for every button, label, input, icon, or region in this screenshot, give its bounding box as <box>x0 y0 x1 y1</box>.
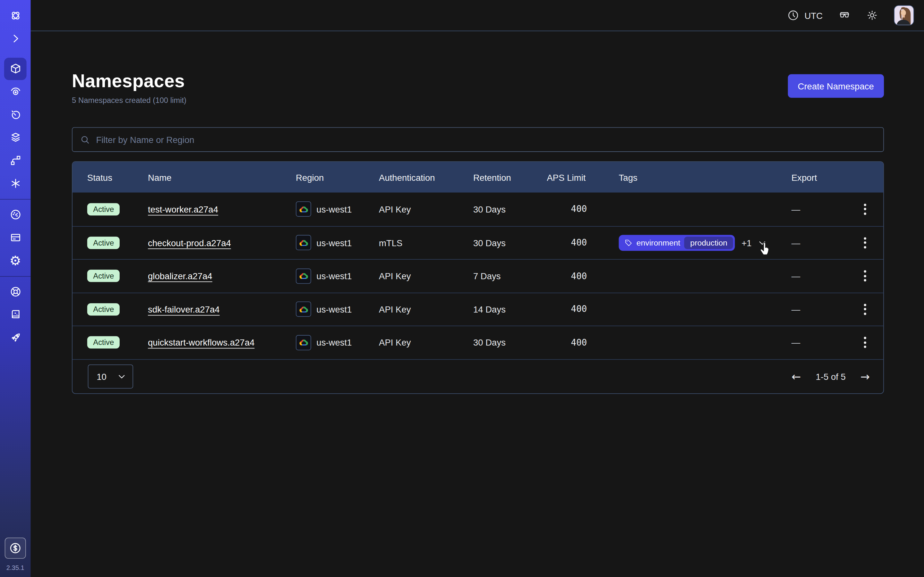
status-badge: Active <box>87 203 120 215</box>
temporal-logo-icon[interactable] <box>0 4 31 27</box>
page-subtitle: 5 Namespaces created (100 limit) <box>72 96 186 105</box>
glasses-icon[interactable] <box>838 9 851 21</box>
table-row: Active test-worker.a27a4 <box>73 193 883 226</box>
lifebuoy-icon <box>9 285 21 298</box>
tag-icon <box>625 239 632 247</box>
table-footer: 10 ← 1-5 of 5 → <box>73 359 883 393</box>
sidebar-item-settings[interactable]: ⚙ <box>0 249 31 272</box>
row-actions-menu[interactable] <box>861 301 868 318</box>
table-row: Active globalizer.a27a4 <box>73 259 883 292</box>
aps-limit-cell: 400 <box>547 337 619 348</box>
create-namespace-button[interactable]: Create Namespace <box>788 74 884 97</box>
retention-cell: 30 Days <box>473 204 547 214</box>
sidebar-item-layers[interactable] <box>0 126 31 149</box>
namespaces-table: Status Name Region Authentication Retent… <box>72 161 884 394</box>
status-badge: Active <box>87 303 120 316</box>
page-size-value: 10 <box>97 371 107 381</box>
export-cell: — <box>792 238 856 248</box>
branch-icon <box>9 154 21 167</box>
sidebar-divider <box>0 199 31 200</box>
row-actions-menu[interactable] <box>861 201 868 218</box>
tag-pill[interactable]: environment production <box>619 235 735 251</box>
export-cell: — <box>792 338 856 348</box>
table-body: Active test-worker.a27a4 <box>73 193 883 359</box>
table-header-row: Status Name Region Authentication Retent… <box>73 162 883 193</box>
namespace-link[interactable]: test-worker.a27a4 <box>148 204 218 214</box>
sidebar-item-namespaces[interactable] <box>0 57 31 80</box>
filter-search[interactable] <box>72 127 884 152</box>
theme-toggle-icon[interactable] <box>866 9 878 21</box>
clock-icon <box>787 9 799 21</box>
namespace-link[interactable]: quickstart-workflows.a27a4 <box>148 338 254 348</box>
page-title: Namespaces <box>72 71 186 92</box>
page-range-label: 1-5 of 5 <box>816 371 845 381</box>
gcp-cloud-icon <box>296 335 311 350</box>
search-input[interactable] <box>96 135 876 145</box>
table-row: Active sdk-failover.a27a4 <box>73 292 883 326</box>
sidebar-item-schedules[interactable] <box>0 103 31 126</box>
sidebar-divider <box>0 276 31 277</box>
book-sparkles-icon <box>9 308 21 321</box>
sidebar-item-nexus[interactable] <box>0 172 31 195</box>
prev-page-button[interactable]: ← <box>792 370 801 382</box>
col-header-export: Export <box>792 172 856 182</box>
retention-cell: 7 Days <box>473 271 547 281</box>
tag-value: production <box>684 237 733 249</box>
region-label: us-west1 <box>317 304 352 314</box>
col-header-name: Name <box>148 172 296 182</box>
row-actions-menu[interactable] <box>861 335 868 351</box>
col-header-retention: Retention <box>473 172 547 182</box>
export-cell: — <box>792 271 856 281</box>
timezone-control[interactable]: UTC <box>787 9 822 21</box>
gear-icon: ⚙ <box>10 254 21 267</box>
gcp-cloud-icon <box>296 235 311 250</box>
region-label: us-west1 <box>317 271 352 281</box>
sidebar-item-billing[interactable] <box>0 226 31 249</box>
aps-limit-cell: 400 <box>547 304 619 314</box>
gcp-cloud-icon <box>296 268 311 284</box>
sidebar-item-deployments[interactable] <box>0 149 31 172</box>
chevron-down-icon[interactable] <box>758 238 767 247</box>
auth-cell: API Key <box>379 271 473 281</box>
col-header-region: Region <box>296 172 379 182</box>
region-label: us-west1 <box>317 338 352 348</box>
aps-limit-cell: 400 <box>547 204 619 214</box>
app-version: 2.35.1 <box>6 564 24 571</box>
status-badge: Active <box>87 270 120 282</box>
page-size-select[interactable]: 10 <box>88 364 133 388</box>
timer-icon <box>9 108 21 121</box>
region-label: us-west1 <box>317 238 352 248</box>
sidebar-item-support[interactable] <box>0 280 31 303</box>
tags-cell: environment production +1 <box>619 235 792 251</box>
status-badge: Active <box>87 336 120 349</box>
cube-icon <box>9 63 21 75</box>
namespace-link[interactable]: globalizer.a27a4 <box>148 271 212 281</box>
chevron-down-icon <box>118 372 126 381</box>
col-header-authentication: Authentication <box>379 172 473 182</box>
col-header-tags: Tags <box>619 172 792 182</box>
namespace-link[interactable]: checkout-prod.a27a4 <box>148 238 231 248</box>
table-row: Active checkout-prod.a27a4 <box>73 226 883 259</box>
rocket-icon <box>9 332 21 344</box>
billing-badge-button[interactable] <box>5 538 26 559</box>
tag-more-count: +1 <box>741 238 751 248</box>
avatar[interactable] <box>894 5 914 25</box>
row-actions-menu[interactable] <box>861 268 868 284</box>
sidebar-item-usage[interactable] <box>0 203 31 226</box>
main-content: Namespaces 5 Namespaces created (100 lim… <box>31 32 924 577</box>
layers-icon <box>9 131 21 144</box>
timezone-label: UTC <box>804 10 822 20</box>
gauge-icon <box>9 208 21 221</box>
row-actions-menu[interactable] <box>861 235 868 251</box>
export-cell: — <box>792 204 856 214</box>
sidebar-item-monitor[interactable] <box>0 80 31 103</box>
namespace-link[interactable]: sdk-failover.a27a4 <box>148 304 220 314</box>
next-page-button[interactable]: → <box>861 370 870 382</box>
asterisk-icon <box>9 177 21 190</box>
sidebar-item-getting-started[interactable] <box>0 326 31 350</box>
status-badge: Active <box>87 237 120 249</box>
sidebar-expand-button[interactable] <box>0 27 31 50</box>
sidebar-item-docs[interactable] <box>0 303 31 326</box>
aps-limit-cell: 400 <box>547 237 619 248</box>
dollar-seal-icon <box>9 542 22 554</box>
